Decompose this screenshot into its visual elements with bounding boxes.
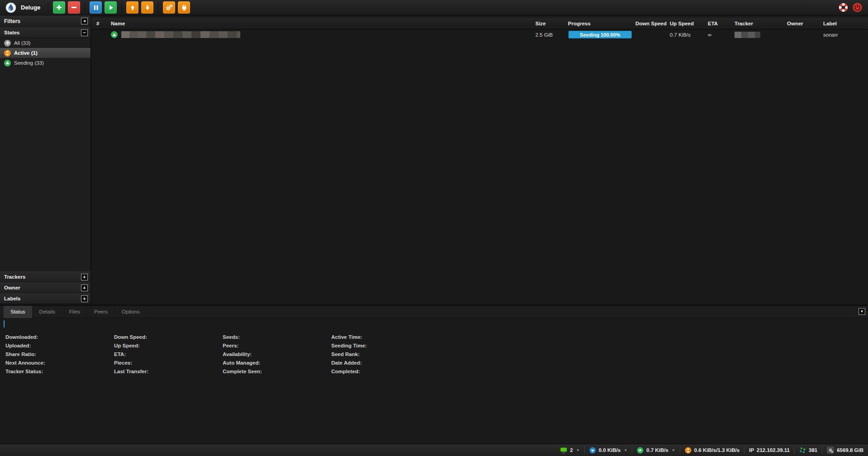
chevron-down-icon: ▼: [624, 448, 627, 452]
sidebar-section-trackers[interactable]: Trackers +: [0, 271, 91, 282]
expand-labels-button[interactable]: +: [81, 295, 88, 302]
ip-indicator: IP 212.102.39.11: [744, 447, 794, 453]
field-label: Share Ratio:: [5, 350, 114, 359]
status-fields-column-1: Downloaded: Uploaded: Share Ratio: Next …: [5, 333, 114, 376]
toolbar-separator: [85, 2, 85, 13]
torrent-eta: ∞: [705, 32, 732, 38]
status-progress-sliver: [4, 320, 5, 328]
status-fields: Downloaded: Uploaded: Share Ratio: Next …: [5, 333, 440, 376]
pause-torrent-button[interactable]: [90, 1, 102, 14]
tab-peers[interactable]: Peers: [87, 306, 115, 318]
sidebar-item-label: Seeding (33): [14, 60, 44, 66]
column-header-size[interactable]: Size: [533, 21, 565, 26]
field-label: Next Announce:: [5, 359, 114, 367]
connections-indicator[interactable]: 2 ▼: [555, 447, 584, 454]
torrent-tracker-redacted: [734, 32, 760, 38]
expand-trackers-button[interactable]: +: [81, 274, 88, 280]
expand-owner-button[interactable]: +: [81, 285, 88, 291]
ip-value: 212.102.39.11: [757, 447, 790, 453]
tab-details[interactable]: Details: [33, 306, 62, 318]
tab-status[interactable]: Status: [4, 306, 33, 318]
field-label: Seed Rank:: [331, 350, 440, 359]
column-header-progress[interactable]: Progress: [565, 21, 633, 26]
download-speed-indicator[interactable]: 0.0 KiB/s ▼: [585, 447, 632, 454]
field-label: Downloaded:: [5, 333, 114, 342]
field-label: Active Time:: [331, 333, 440, 342]
deluge-logo-icon: [5, 2, 16, 13]
traffic-icon: [685, 447, 692, 454]
upload-speed-indicator[interactable]: 0.7 KiB/s ▼: [632, 447, 680, 454]
filters-title: Filters: [4, 18, 20, 24]
torrent-up-speed: 0.7 KiB/s: [667, 32, 705, 38]
field-label: Auto Managed:: [223, 359, 331, 367]
status-fields-column-2: Down Speed: Up Speed: ETA: Pieces: Last …: [114, 333, 223, 376]
sidebar-item-seeding[interactable]: Seeding (33): [0, 58, 91, 68]
torrent-tracker-cell: [732, 32, 784, 38]
torrent-progress-cell: Seeding 100.00%: [565, 31, 633, 38]
column-header-number[interactable]: #: [91, 21, 108, 26]
labels-title: Labels: [4, 296, 20, 301]
torrent-row[interactable]: 2.5 GiB Seeding 100.00% 0.7 KiB/s ∞ sona…: [91, 29, 868, 40]
preferences-button[interactable]: [163, 1, 175, 14]
sidebar-item-label: Active (1): [14, 50, 38, 56]
queue-up-button[interactable]: [126, 1, 138, 14]
collapse-sidebar-button[interactable]: ◄: [81, 18, 88, 24]
resume-torrent-button[interactable]: [105, 1, 117, 14]
field-label: Completed:: [331, 367, 440, 376]
remove-torrent-button[interactable]: [68, 1, 80, 14]
column-header-label[interactable]: Label: [820, 21, 868, 26]
field-label: Up Speed:: [114, 342, 223, 350]
play-icon: [108, 5, 114, 11]
add-torrent-button[interactable]: [53, 1, 65, 14]
column-header-eta[interactable]: ETA: [705, 21, 732, 26]
statusbar: 2 ▼ 0.0 KiB/s ▼ 0.7 KiB/s ▼ 0.6 KiB/s/: [0, 444, 868, 456]
column-header-up-speed[interactable]: Up Speed: [667, 21, 705, 26]
field-label: ETA:: [114, 350, 223, 359]
sidebar-item-active[interactable]: Active (1): [0, 48, 91, 58]
minus-icon: [71, 4, 77, 11]
detail-panel: Status Details Files Peers Options ▼ Dow…: [0, 305, 868, 444]
arrow-down-icon: [144, 4, 151, 11]
torrent-list: # Name Size Progress Down Speed Up Speed…: [91, 15, 868, 304]
help-button[interactable]: [838, 2, 849, 13]
chevron-down-icon: ▼: [576, 448, 580, 452]
states-title: States: [4, 30, 20, 35]
sidebar-section-owner[interactable]: Owner +: [0, 282, 91, 293]
field-label: Peers:: [223, 342, 331, 350]
connection-manager-button[interactable]: [178, 1, 190, 14]
upload-speed-value: 0.7 KiB/s: [646, 447, 668, 453]
queue-down-button[interactable]: [141, 1, 153, 14]
torrent-table-header: # Name Size Progress Down Speed Up Speed…: [91, 18, 868, 29]
field-label: Seeding Time:: [331, 342, 440, 350]
tab-options[interactable]: Options: [115, 306, 147, 318]
disk-icon: [827, 446, 834, 454]
dht-nodes-indicator: 381: [795, 447, 822, 454]
collapse-states-button[interactable]: −: [81, 29, 88, 36]
logout-button[interactable]: [852, 2, 863, 13]
torrent-size: 2.5 GiB: [533, 32, 565, 38]
ip-label: IP: [749, 447, 754, 453]
column-header-down-speed[interactable]: Down Speed: [633, 21, 667, 26]
states-section-header[interactable]: States −: [0, 27, 91, 38]
toolbar-right-group: [838, 2, 864, 13]
field-label: Tracker Status:: [5, 367, 114, 376]
collapse-detail-panel-button[interactable]: ▼: [858, 308, 865, 315]
column-header-tracker[interactable]: Tracker: [732, 21, 784, 26]
sidebar-item-all[interactable]: All (33): [0, 38, 91, 48]
column-header-name[interactable]: Name: [108, 21, 533, 26]
collapsed-filter-sections: Trackers + Owner + Labels +: [0, 271, 91, 304]
column-header-owner[interactable]: Owner: [784, 21, 820, 26]
owner-title: Owner: [4, 285, 20, 290]
field-label: Down Speed:: [114, 333, 223, 342]
chevron-down-icon: ▼: [672, 448, 675, 452]
tab-files[interactable]: Files: [62, 306, 87, 318]
field-label: Seeds:: [223, 333, 331, 342]
filters-sidebar: Filters ◄ States − All (33) Active (1) S: [0, 15, 91, 304]
protocol-traffic-value: 0.6 KiB/s/1.3 KiB/s: [694, 447, 739, 453]
protocol-traffic-indicator: 0.6 KiB/s/1.3 KiB/s: [680, 447, 744, 454]
torrent-label: sonarr: [820, 32, 868, 38]
torrent-name-redacted: [121, 31, 240, 38]
sidebar-section-labels[interactable]: Labels +: [0, 293, 91, 304]
deluge-web-ui: Deluge: [0, 0, 868, 456]
connections-count: 2: [570, 447, 573, 453]
